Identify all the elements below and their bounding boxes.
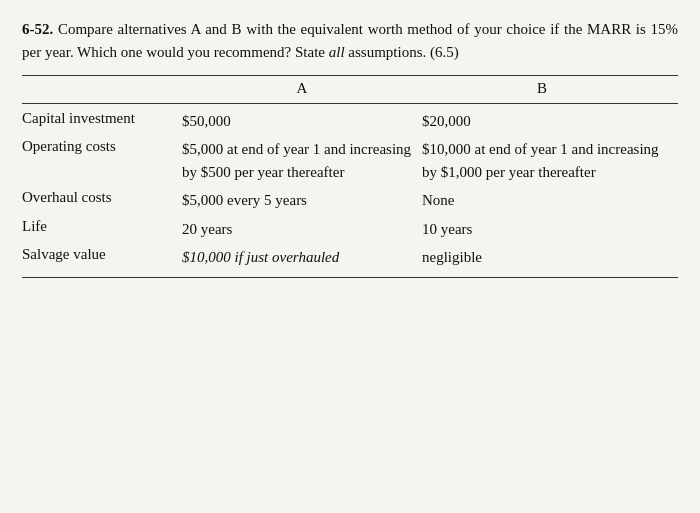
row-val-b-life: 10 years [422,218,662,241]
problem-italic: all [329,44,345,60]
row-label-operating: Operating costs [22,138,182,155]
row-label-life: Life [22,218,182,235]
header-row: A B [22,80,678,101]
row-label-salvage: Salvage value [22,246,182,263]
top-divider [22,75,678,76]
table-row: Capital investment $50,000 $20,000 [22,110,678,133]
row-val-a-life: 20 years [182,218,422,241]
table-row: Operating costs $5,000 at end of year 1 … [22,138,678,183]
row-label-capital: Capital investment [22,110,182,127]
row-val-b-operating: $10,000 at end of year 1 and increasing … [422,138,662,183]
label-col-header [22,80,182,101]
problem-section-ref: (6.5) [430,44,459,60]
row-val-a-operating: $5,000 at end of year 1 and increasing b… [182,138,422,183]
row-val-a-overhaul: $5,000 every 5 years [182,189,422,212]
header-divider [22,103,678,104]
table-row: Salvage value $10,000 if just overhauled… [22,246,678,269]
col-a-header: A [182,80,422,101]
row-val-a-salvage: $10,000 if just overhauled [182,246,422,269]
row-label-overhaul: Overhaul costs [22,189,182,206]
problem-text-end: assumptions. [345,44,430,60]
row-val-b-capital: $20,000 [422,110,662,133]
row-val-a-capital: $50,000 [182,110,422,133]
problem-statement: 6-52. Compare alternatives A and B with … [22,18,678,65]
col-b-header: B [422,80,662,101]
row-val-b-overhaul: None [422,189,662,212]
table-row: Overhaul costs $5,000 every 5 years None [22,189,678,212]
table-row: Life 20 years 10 years [22,218,678,241]
problem-number: 6-52. [22,21,53,37]
row-val-b-salvage: negligible [422,246,662,269]
comparison-table: A B Capital investment $50,000 $20,000 O… [22,80,678,269]
data-rows: Capital investment $50,000 $20,000 Opera… [22,110,678,269]
bottom-divider [22,277,678,278]
